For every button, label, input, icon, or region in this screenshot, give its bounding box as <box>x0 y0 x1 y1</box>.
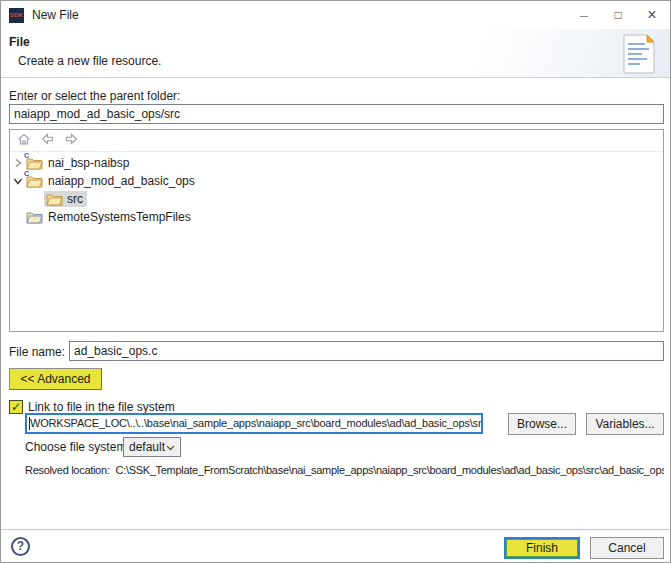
window-controls: – □ × <box>567 1 669 29</box>
resolved-location: Resolved location:C:\SSK_Template_FromSc… <box>25 464 664 476</box>
footer-divider <box>1 529 670 530</box>
tree-item-label: naiapp_mod_ad_basic_ops <box>48 174 195 188</box>
parent-folder-input[interactable]: naiapp_mod_ad_basic_ops/src <box>9 104 664 124</box>
linked-location-value: WORKSPACE_LOC\..\..\base\nai_sample_apps… <box>30 416 483 431</box>
link-file-checkbox-label: Link to file in the file system <box>28 400 175 414</box>
tree-toolbar <box>10 130 663 152</box>
maximize-icon[interactable]: □ <box>601 1 635 29</box>
linked-location-input[interactable]: WORKSPACE_LOC\..\..\base\nai_sample_apps… <box>25 413 483 434</box>
browse-button[interactable]: Browse... <box>508 413 576 435</box>
tree-item-label: RemoteSystemsTempFiles <box>48 210 191 224</box>
home-icon[interactable] <box>17 132 31 149</box>
back-arrow-icon[interactable] <box>40 132 55 149</box>
variables-button[interactable]: Variables... <box>586 413 664 435</box>
forward-arrow-icon[interactable] <box>64 132 79 149</box>
file-name-label: File name: <box>9 345 65 359</box>
tree-item-nai-bsp[interactable]: C nai_bsp-naibsp <box>10 154 663 172</box>
tree-item-src[interactable]: src <box>10 190 663 208</box>
parent-folder-label: Enter or select the parent folder: <box>9 89 180 103</box>
sdk-app-icon: SDK <box>9 8 24 23</box>
advanced-button[interactable]: << Advanced <box>9 368 102 390</box>
tree-item-remote-systems[interactable]: RemoteSystemsTempFiles <box>10 208 663 226</box>
new-file-icon <box>621 33 657 78</box>
resolved-location-label: Resolved location: <box>25 464 110 476</box>
finish-button[interactable]: Finish <box>504 537 580 559</box>
dialog-header: File Create a new file resource. <box>1 29 670 78</box>
open-folder-icon <box>26 210 43 224</box>
file-system-selected-value: default <box>129 440 165 454</box>
tree-item-label: src <box>67 192 83 206</box>
link-file-checkbox[interactable]: ✓ <box>9 400 23 414</box>
file-system-select[interactable]: default <box>123 437 181 457</box>
tree-selection[interactable]: src <box>44 191 87 207</box>
open-folder-icon <box>46 192 63 206</box>
resolved-location-value: C:\SSK_Template_FromScratch\base\nai_sam… <box>116 464 665 476</box>
tree-item-label: nai_bsp-naibsp <box>48 156 129 170</box>
header-title: File <box>9 35 30 49</box>
c-project-folder-icon: C <box>26 174 43 188</box>
minimize-icon[interactable]: – <box>567 1 601 29</box>
folder-tree-panel: C nai_bsp-naibsp C naiapp_mod_a <box>9 129 664 332</box>
header-subtitle: Create a new file resource. <box>18 54 161 68</box>
tree-item-naiapp-mod[interactable]: C naiapp_mod_ad_basic_ops <box>10 172 663 190</box>
new-file-dialog: SDK New File – □ × File Create a new fil… <box>0 0 671 563</box>
file-name-input[interactable]: ad_basic_ops.c <box>69 341 664 361</box>
chevron-down-icon <box>166 440 175 454</box>
close-icon[interactable]: × <box>635 1 669 29</box>
c-project-folder-icon: C <box>26 156 43 170</box>
tree-rows: C nai_bsp-naibsp C naiapp_mod_a <box>10 152 663 226</box>
cancel-button[interactable]: Cancel <box>590 537 664 559</box>
file-system-label: Choose file system: <box>25 440 130 454</box>
help-icon[interactable]: ? <box>11 537 30 556</box>
window-title: New File <box>32 8 79 22</box>
